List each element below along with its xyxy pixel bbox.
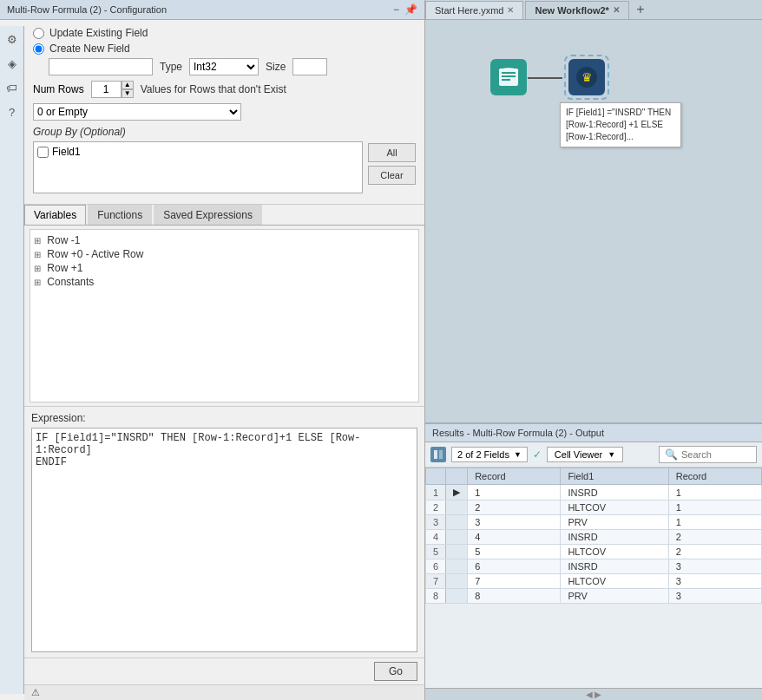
minimize-icon[interactable]: − — [393, 3, 399, 16]
diamond-icon[interactable]: ◈ — [3, 54, 22, 73]
expression-section: Expression: IF [Field1]="INSRD" THEN [Ro… — [24, 407, 424, 657]
cell-row-icon — [446, 589, 468, 604]
svg-rect-7 — [439, 450, 443, 459]
cell-rownum: 3 — [426, 515, 446, 530]
connector-line — [528, 77, 562, 79]
col-header-record[interactable]: Record — [468, 468, 561, 485]
col-header-row-icon — [446, 468, 468, 485]
tooltip-text: IF [Field1] ="INSRD" THEN [Row-1:Record]… — [566, 108, 671, 141]
cell-record2: 3 — [668, 589, 761, 604]
field-name-input[interactable]: Record — [49, 58, 153, 75]
field-count-text: 2 of 2 Fields — [457, 449, 509, 460]
tab-content-variables: ⊞ Row -1 ⊞ Row +0 - Active Row ⊞ Row +1 … — [30, 229, 419, 402]
cell-rownum: 5 — [426, 545, 446, 559]
cell-viewer-button[interactable]: Cell Viewer ▼ — [547, 447, 623, 462]
cell-record2: 1 — [668, 485, 761, 500]
cell-record2: 3 — [668, 574, 761, 589]
field1-checkbox[interactable] — [37, 147, 49, 158]
expander-row-plus1[interactable]: ⊞ — [34, 264, 41, 273]
tree-item-row-plus1[interactable]: ⊞ Row +1 — [34, 261, 415, 275]
all-button[interactable]: All — [368, 143, 416, 162]
formula-node-icon[interactable]: ♛ — [568, 59, 605, 95]
input-node-icon[interactable] — [490, 59, 527, 95]
cell-record: 4 — [468, 530, 561, 545]
create-field-label: Create New Field — [49, 43, 130, 55]
create-field-radio[interactable] — [33, 43, 44, 55]
canvas-area: ♛ IF [Field1] ="INSRD" THEN [Row-1:Recor… — [425, 20, 762, 422]
workflow-tabs: Start Here.yxmd ✕ New Workflow2* ✕ + — [425, 0, 762, 20]
group-by-item: Field1 — [37, 146, 358, 158]
spin-up[interactable]: ▲ — [122, 81, 134, 89]
pin-icon[interactable]: 📌 — [404, 3, 417, 16]
spin-down[interactable]: ▼ — [122, 89, 134, 98]
results-panel: Results - Multi-Row Formula (2) - Output… — [425, 422, 762, 700]
update-field-radio[interactable] — [33, 28, 44, 39]
cell-row-icon — [446, 530, 468, 545]
formula-node[interactable]: ♛ — [564, 55, 609, 100]
col-header-record2[interactable]: Record — [668, 468, 761, 485]
tree-item-constants[interactable]: ⊞ Constants — [34, 275, 415, 289]
tab-variables[interactable]: Variables — [24, 205, 86, 225]
clear-button[interactable]: Clear — [368, 166, 416, 185]
row-plus1-label: Row +1 — [47, 262, 82, 274]
workflow-tab-new[interactable]: New Workflow2* ✕ — [525, 1, 628, 19]
table-row: 4 4 INSRD 2 — [426, 530, 762, 545]
cell-record: 8 — [468, 589, 561, 604]
cell-field1: HLTCOV — [561, 500, 668, 515]
scroll-indicator[interactable]: ◀ ▶ — [425, 688, 762, 700]
cell-rownum: 7 — [426, 574, 446, 589]
row-minus1-label: Row -1 — [47, 234, 80, 246]
size-input[interactable]: 4 — [292, 58, 327, 75]
workflow-tab-start-close[interactable]: ✕ — [507, 5, 514, 15]
new-tab-button[interactable]: + — [631, 0, 650, 19]
cell-rownum: 8 — [426, 589, 446, 604]
cell-record2: 1 — [668, 500, 761, 515]
go-button[interactable]: Go — [374, 662, 417, 681]
workflow-tab-new-close[interactable]: ✕ — [613, 5, 620, 15]
settings-icon[interactable]: ⚙ — [3, 29, 22, 49]
expander-row-active[interactable]: ⊞ — [34, 250, 41, 259]
svg-rect-1 — [502, 72, 516, 74]
constants-label: Constants — [47, 276, 94, 288]
cell-rownum: 1 — [426, 485, 446, 500]
table-row: 7 7 HLTCOV 3 — [426, 574, 762, 589]
cell-record: 1 — [468, 485, 561, 500]
tree-item-row-active[interactable]: ⊞ Row +0 - Active Row — [34, 247, 415, 261]
expression-textarea[interactable]: IF [Field1]="INSRD" THEN [Row-1:Record]+… — [31, 428, 417, 652]
table-row: 1 ▶ 1 INSRD 1 — [426, 485, 762, 500]
tag-icon[interactable]: 🏷 — [3, 78, 22, 97]
num-rows-input[interactable]: 1 — [91, 81, 122, 98]
cell-field1: PRV — [561, 515, 668, 530]
field1-label: Field1 — [52, 146, 81, 158]
cell-viewer-arrow: ▼ — [608, 450, 615, 459]
sidebar-icons: ⚙ ◈ 🏷 ? — [0, 26, 24, 694]
expander-constants[interactable]: ⊞ — [34, 278, 41, 287]
svg-rect-6 — [434, 450, 437, 459]
help-icon[interactable]: ? — [3, 102, 22, 121]
cell-row-icon — [446, 559, 468, 574]
cell-record: 7 — [468, 574, 561, 589]
field-count-dropdown[interactable]: 2 of 2 Fields ▼ — [451, 447, 528, 462]
results-table: Record Field1 Record 1 ▶ 1 INSRD 1 2 2 H… — [425, 468, 762, 604]
expression-footer: Go — [24, 657, 424, 684]
search-input[interactable] — [681, 449, 751, 460]
workflow-tab-start[interactable]: Start Here.yxmd ✕ — [425, 1, 523, 19]
group-by-list: Field1 — [33, 141, 363, 193]
cell-row-icon — [446, 500, 468, 515]
cell-viewer-label: Cell Viewer — [555, 449, 602, 460]
tab-functions[interactable]: Functions — [88, 205, 152, 225]
input-node[interactable] — [490, 59, 527, 95]
type-select[interactable]: Int32 — [189, 58, 259, 75]
col-header-field1[interactable]: Field1 — [561, 468, 668, 485]
column-select-icon[interactable] — [430, 447, 446, 462]
type-label: Type — [160, 61, 182, 73]
results-table-container[interactable]: Record Field1 Record 1 ▶ 1 INSRD 1 2 2 H… — [425, 468, 762, 688]
table-row: 3 3 PRV 1 — [426, 515, 762, 530]
search-box[interactable]: 🔍 — [659, 446, 757, 463]
tree-item-row-minus1[interactable]: ⊞ Row -1 — [34, 233, 415, 247]
values-select[interactable]: 0 or Empty — [33, 103, 241, 121]
tab-saved-expressions[interactable]: Saved Expressions — [154, 205, 262, 225]
table-row: 8 8 PRV 3 — [426, 589, 762, 604]
expander-row-minus1[interactable]: ⊞ — [34, 236, 41, 245]
results-title-bar: Results - Multi-Row Formula (2) - Output — [425, 424, 762, 442]
